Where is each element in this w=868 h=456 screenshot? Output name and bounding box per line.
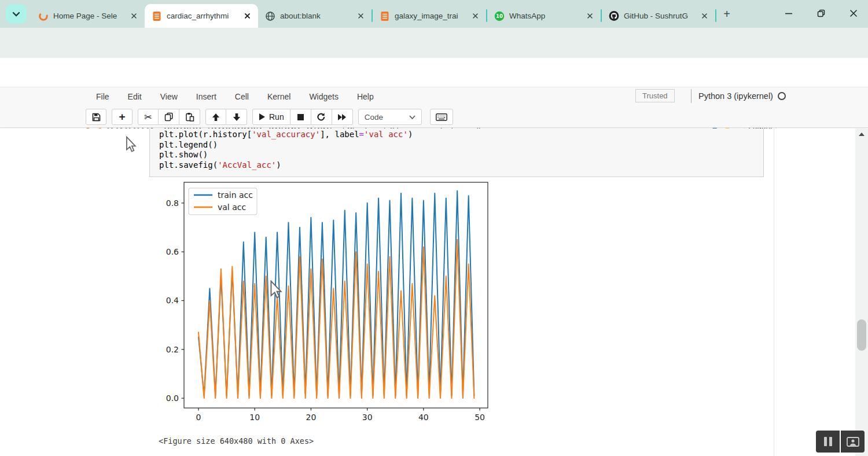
- trusted-badge: Trusted: [635, 89, 675, 102]
- cell-output-plot: 0.00.20.40.60.801020304050train accval a…: [162, 181, 490, 430]
- new-tab-button[interactable]: +: [720, 7, 734, 21]
- tab-close-icon[interactable]: [242, 11, 252, 21]
- triangle-up-icon: [859, 133, 865, 136]
- tab-github[interactable]: GitHub - SushrutG: [602, 4, 715, 28]
- pause-icon: [823, 436, 833, 447]
- arrow-down-icon: [233, 113, 241, 122]
- menu-edit[interactable]: Edit: [119, 92, 151, 101]
- tab-galaxy-notebook[interactable]: galaxy_image_trai: [373, 4, 486, 28]
- svg-text:0.4: 0.4: [166, 296, 179, 305]
- mouse-cursor: [124, 136, 138, 153]
- recorder-pause-button[interactable]: [816, 431, 840, 453]
- svg-text:30: 30: [362, 413, 373, 422]
- menu-help[interactable]: Help: [348, 92, 383, 101]
- cell-type-select[interactable]: Code: [358, 109, 422, 125]
- svg-text:val acc: val acc: [218, 203, 246, 212]
- insert-cell-button[interactable]: +: [112, 109, 133, 125]
- restart-kernel-button[interactable]: [311, 109, 332, 125]
- tab-close-icon[interactable]: [584, 11, 595, 21]
- cell-type-value: Code: [365, 113, 383, 122]
- restart-icon: [317, 112, 326, 122]
- svg-text:10: 10: [496, 13, 503, 19]
- svg-text:0.0: 0.0: [166, 394, 179, 403]
- tab-close-icon[interactable]: [128, 11, 139, 21]
- tab-title: about:blank: [280, 12, 351, 20]
- paste-cell-button[interactable]: [179, 109, 200, 125]
- scrollbar-up-arrow[interactable]: [855, 128, 868, 140]
- tab-title: cardiac_arrhythmi: [167, 12, 237, 20]
- fast-forward-icon: [337, 113, 347, 121]
- move-cell-down-button[interactable]: [226, 109, 247, 125]
- tab-cardiac-notebook[interactable]: cardiac_arrhythmi: [145, 4, 258, 28]
- restart-run-all-button[interactable]: [332, 109, 353, 125]
- jupyter-spinner-icon: [38, 11, 49, 21]
- window-close-button[interactable]: [840, 0, 867, 27]
- whatsapp-badge-icon: 10: [494, 11, 505, 21]
- notebook-scroll-area[interactable]: plt.plot(r.history['val_accuracy'], labe…: [0, 128, 855, 456]
- kernel-idle-icon: [778, 92, 786, 100]
- mouse-cursor-recorded: [268, 280, 284, 300]
- chevron-down-icon: [12, 12, 20, 17]
- tab-whatsapp[interactable]: 10 WhatsApp: [487, 4, 601, 28]
- menu-insert[interactable]: Insert: [187, 92, 226, 101]
- move-cell-up-button[interactable]: [205, 109, 226, 125]
- tab-close-icon[interactable]: [699, 11, 709, 21]
- kernel-indicator: Python 3 (ipykernel): [691, 89, 786, 103]
- tab-title: WhatsApp: [509, 12, 580, 20]
- tab-close-icon[interactable]: [470, 11, 480, 21]
- cut-icon: ✂: [144, 112, 152, 123]
- minimize-icon: [785, 9, 793, 17]
- screen-recorder-controls: [816, 431, 865, 453]
- restore-icon: [817, 9, 825, 17]
- menu-widgets[interactable]: Widgets: [300, 92, 348, 101]
- copy-icon: [164, 112, 174, 122]
- run-cell-button[interactable]: Run: [252, 109, 290, 125]
- stop-icon: [297, 113, 304, 121]
- notebook-icon: [380, 11, 390, 21]
- close-icon: [849, 9, 858, 17]
- scrollbar-thumb[interactable]: [857, 319, 866, 351]
- play-icon: [259, 113, 266, 121]
- svg-text:0.8: 0.8: [166, 198, 179, 208]
- command-palette-button[interactable]: [430, 109, 453, 125]
- svg-text:10: 10: [249, 413, 260, 422]
- tab-title: GitHub - SushrutG: [624, 12, 694, 20]
- svg-text:20: 20: [306, 413, 317, 422]
- run-label: Run: [269, 112, 284, 122]
- menu-bar: File Edit View Insert Cell Kernel Widget…: [87, 87, 383, 106]
- tab-search-button[interactable]: [6, 4, 27, 24]
- tab-title: Home Page - Sele: [53, 12, 124, 20]
- page-scrollbar[interactable]: [855, 128, 868, 456]
- svg-text:40: 40: [418, 413, 429, 422]
- code-cell-input[interactable]: plt.plot(r.history['val_accuracy'], labe…: [149, 128, 764, 177]
- tab-about-blank[interactable]: about:blank: [258, 4, 372, 28]
- recorder-webcam-button[interactable]: [841, 431, 865, 453]
- save-button[interactable]: [86, 109, 106, 125]
- window-restore-button[interactable]: [808, 0, 834, 27]
- globe-icon: [265, 11, 275, 21]
- arrow-up-icon: [212, 113, 220, 122]
- save-icon: [92, 113, 101, 122]
- svg-text:0.6: 0.6: [166, 247, 179, 256]
- cut-cell-button[interactable]: ✂: [138, 109, 159, 125]
- svg-text:50: 50: [475, 413, 485, 422]
- browser-toolbar: ← → localhost:8888/notebooks/cardiac_arr…: [0, 28, 868, 58]
- github-icon: [609, 11, 619, 21]
- menu-view[interactable]: View: [151, 92, 187, 101]
- menu-kernel[interactable]: Kernel: [258, 92, 300, 101]
- tab-title: galaxy_image_trai: [395, 12, 465, 20]
- svg-text:0.2: 0.2: [166, 345, 179, 354]
- notebook-toolbar: + ✂ Run Code: [86, 109, 458, 125]
- tab-separator: [715, 9, 716, 22]
- interrupt-kernel-button[interactable]: [290, 109, 311, 125]
- paste-icon: [185, 112, 194, 122]
- person-frame-icon: [847, 437, 859, 447]
- menu-cell[interactable]: Cell: [226, 92, 258, 101]
- menu-file[interactable]: File: [87, 92, 119, 101]
- window-minimize-button[interactable]: [775, 0, 802, 27]
- copy-cell-button[interactable]: [159, 109, 179, 125]
- tab-close-icon[interactable]: [355, 11, 366, 21]
- code-editor[interactable]: plt.plot(r.history['val_accuracy'], labe…: [159, 130, 763, 170]
- chevron-down-icon: [409, 115, 415, 119]
- tab-home-page[interactable]: Home Page - Sele: [31, 4, 145, 28]
